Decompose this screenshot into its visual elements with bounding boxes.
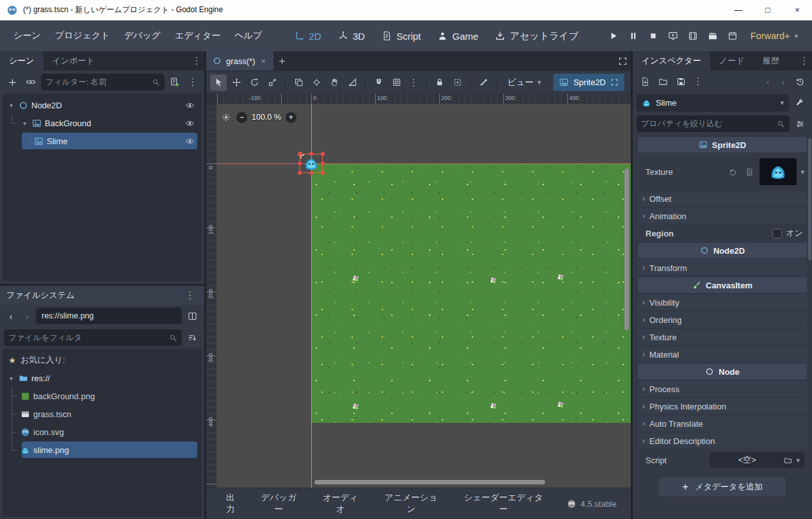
lock-selected-button[interactable] (431, 74, 448, 91)
selection-handle[interactable] (321, 152, 325, 156)
menu-project[interactable]: プロジェクト (48, 26, 117, 46)
group-auto-translate[interactable]: ›Auto Translate (638, 416, 807, 431)
fs-row-icon-svg[interactable]: icon.svg (4, 423, 200, 441)
selection-handle[interactable] (309, 171, 313, 175)
scene-tab-grass[interactable]: grass(*) × (206, 51, 273, 70)
group-animation[interactable]: ›Animation (638, 208, 807, 224)
region-checkbox[interactable] (772, 229, 782, 238)
select-tool-button[interactable] (210, 74, 227, 91)
revert-button[interactable] (726, 165, 739, 178)
edited-object-select[interactable]: Slime ▾ (637, 94, 789, 111)
history-back-button[interactable]: ‹ (761, 74, 775, 89)
history-forward-button[interactable]: › (776, 74, 790, 89)
tab-inspector[interactable]: インスペクター (633, 51, 710, 70)
instance-scene-button[interactable] (22, 74, 39, 90)
group-ordering[interactable]: ›Ordering (638, 312, 807, 327)
expander-icon[interactable]: ▾ (7, 375, 15, 382)
game-embed-options-button[interactable] (723, 26, 743, 46)
add-metadata-button[interactable]: + メタデータを追加 (659, 477, 785, 497)
menu-debug[interactable]: デバッグ (117, 26, 168, 46)
group-selected-button[interactable] (449, 74, 466, 91)
fs-row-slime-png[interactable]: slime.png (4, 441, 200, 459)
smart-snap-button[interactable] (370, 74, 387, 91)
play-custom-scene-button[interactable] (683, 26, 703, 46)
expander-icon[interactable]: ▾ (7, 102, 15, 109)
renderer-select[interactable]: Forward+ ▾ (743, 31, 806, 41)
selection-handle[interactable] (298, 161, 302, 165)
vertical-ruler[interactable]: 0 100 200 300 400 (206, 104, 216, 488)
tab-node[interactable]: ノード (710, 51, 754, 70)
close-button[interactable]: × (783, 0, 812, 20)
selection-list-button[interactable] (290, 74, 307, 91)
texture-thumbnail[interactable] (759, 158, 797, 185)
filesystem-menu-button[interactable]: ⋮ (183, 290, 198, 301)
group-process[interactable]: ›Process (638, 381, 807, 397)
horizontal-ruler[interactable]: -100 0 100 200 300 400 500 (216, 94, 631, 104)
tab-close-icon[interactable]: × (260, 56, 268, 66)
load-resource-button[interactable] (654, 73, 671, 90)
selection-handle[interactable] (321, 161, 325, 165)
bottom-tab-audio[interactable]: オーディオ (311, 488, 370, 519)
fs-forward-button[interactable]: › (20, 308, 34, 324)
object-history-button[interactable] (792, 73, 808, 90)
group-offset[interactable]: ›Offset (638, 191, 807, 206)
rotate-tool-button[interactable] (246, 74, 263, 91)
fs-row-background-png[interactable]: backGround.png (4, 387, 200, 405)
play-scene-button[interactable] (663, 26, 683, 46)
fs-row-grass-tscn[interactable]: grass.tscn (4, 405, 200, 423)
workspace-assetlib[interactable]: アセットライブ (487, 21, 587, 51)
grid-snap-button[interactable] (388, 74, 405, 91)
zoom-out-button[interactable]: − (236, 112, 247, 123)
visibility-toggle[interactable] (182, 136, 197, 146)
inspector-dock-menu-button[interactable]: ⋮ (797, 51, 812, 70)
group-material[interactable]: ›Material (638, 347, 807, 362)
tree-row-node2d[interactable]: ▾ Node2D (4, 96, 200, 114)
selection-handle[interactable] (321, 171, 325, 175)
zoom-level[interactable]: 100.0 % (252, 113, 281, 122)
stop-button[interactable] (644, 26, 663, 46)
workspace-2d[interactable]: 2D (286, 21, 330, 51)
canvas[interactable]: − 100.0 % + (216, 104, 631, 488)
category-sprite2d[interactable]: Sprite2D (638, 137, 807, 152)
scale-tool-button[interactable] (264, 74, 280, 91)
tree-row-background[interactable]: ▾ BackGround (4, 114, 200, 132)
2d-viewport[interactable]: -100 0 100 200 300 400 500 0 100 200 300… (206, 94, 631, 488)
texture-script-button[interactable] (743, 165, 756, 178)
resource-options-button[interactable]: ⋮ (690, 76, 706, 87)
center-view-button[interactable] (220, 111, 232, 123)
category-node[interactable]: Node (638, 364, 807, 379)
group-transform[interactable]: ›Transform (638, 260, 807, 276)
workspace-script[interactable]: Script (373, 21, 429, 51)
menu-editor[interactable]: エディター (168, 26, 227, 46)
pause-button[interactable] (624, 26, 644, 46)
move-tool-button[interactable] (228, 74, 245, 91)
selection-handle[interactable] (298, 171, 302, 175)
ruler-tool-button[interactable] (344, 74, 361, 91)
fs-favorites-row[interactable]: ★ お気に入り: (4, 351, 200, 369)
fs-back-button[interactable]: ‹ (4, 308, 18, 324)
version-badge[interactable]: 4.5.stable (560, 497, 623, 511)
bottom-tab-debugger[interactable]: デバッガー (249, 488, 309, 519)
category-node2d[interactable]: Node2D (638, 243, 807, 258)
play-button[interactable] (604, 26, 624, 46)
vertical-scrollbar[interactable] (624, 169, 629, 330)
selection-handle[interactable] (298, 152, 302, 156)
fs-filter-input[interactable] (8, 333, 166, 342)
group-editor-description[interactable]: ›Editor Description (638, 433, 807, 449)
snap-options-button[interactable]: ⋮ (406, 77, 421, 88)
workspace-3d[interactable]: 3D (330, 21, 373, 51)
tree-row-slime[interactable]: Slime (4, 132, 200, 150)
save-resource-button[interactable] (672, 73, 689, 90)
folder-icon[interactable] (784, 456, 792, 465)
category-canvasitem[interactable]: CanvasItem (638, 277, 807, 293)
scene-filter-input[interactable] (45, 78, 149, 86)
fs-sort-button[interactable] (184, 329, 200, 346)
property-filter-input[interactable] (641, 119, 774, 128)
selection-handle[interactable] (309, 152, 313, 156)
scene-tree-menu-button[interactable]: ⋮ (185, 76, 200, 88)
property-filter-options-button[interactable] (792, 115, 808, 132)
script-value-select[interactable]: <空> ▾ (710, 452, 804, 468)
skeleton-options-button[interactable] (475, 74, 492, 91)
inspector-scrollbar[interactable] (808, 138, 811, 260)
node-tools-button[interactable] (792, 94, 808, 111)
